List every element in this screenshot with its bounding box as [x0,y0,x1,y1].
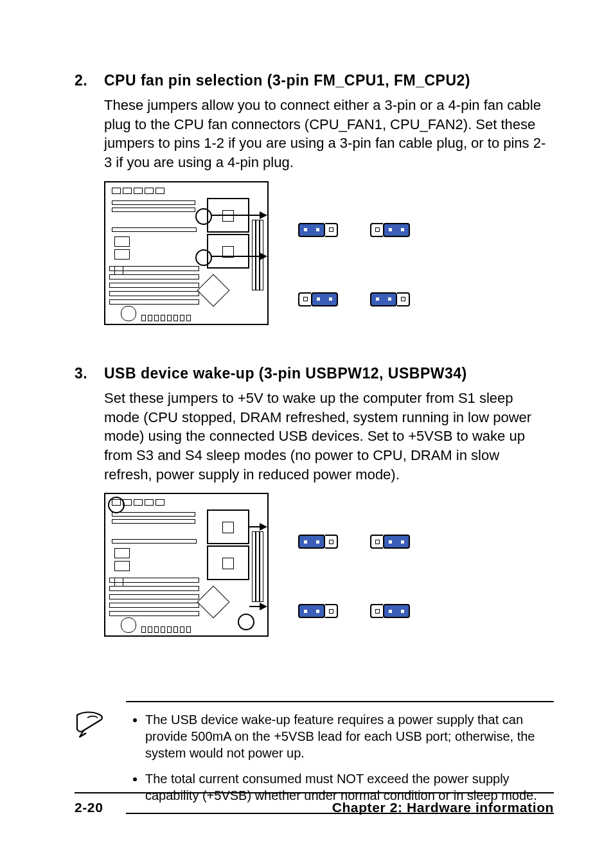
callout-circle-icon [108,497,125,513]
motherboard-schematic [104,493,269,637]
jumper-pins-2-3 [370,535,410,549]
page-number: 2-20 [75,799,103,817]
section-title: USB device wake-up (3-pin USBPW12, USBPW… [104,364,467,384]
diagram-usb-wakeup [104,493,554,637]
arrow-icon [211,256,266,257]
jumper-illustrations [287,511,410,618]
callout-circle-icon [238,614,254,630]
section-number: 3. [75,364,104,384]
diagram-cpu-fan [104,181,554,325]
note-item: The USB device wake-up feature requires … [145,711,551,761]
section-heading: 3. USB device wake-up (3-pin USBPW12, US… [75,364,554,384]
jumper-pins-1-2 [298,223,338,237]
section-body: These jumpers allow you to connect eithe… [104,96,547,172]
arrow-icon [249,526,266,527]
section-body: Set these jumpers to +5V to wake up the … [104,389,547,484]
manual-page: 2. CPU fan pin selection (3-pin FM_CPU1,… [0,0,613,868]
jumper-row [298,535,410,549]
jumper-pins-2-3 [370,604,410,618]
arrow-icon [211,215,266,216]
jumper-row [298,604,410,618]
arrow-icon [249,606,266,607]
jumper-pins-1-2 [298,604,338,618]
section-title: CPU fan pin selection (3-pin FM_CPU1, FM… [104,71,470,91]
jumper-illustrations [287,200,410,306]
page-footer: 2-20 Chapter 2: Hardware information [75,792,554,817]
jumper-pins-2-3 [298,292,338,306]
chapter-title: Chapter 2: Hardware information [332,799,554,817]
section-heading: 2. CPU fan pin selection (3-pin FM_CPU1,… [75,71,554,91]
jumper-pins-1-2 [298,535,338,549]
motherboard-schematic [104,181,269,325]
jumper-row [298,292,410,306]
note-icon [75,701,113,745]
jumper-pins-2-3 [370,223,410,237]
jumper-row [298,223,410,237]
jumper-pins-1-2 [370,292,410,306]
section-usb-wakeup: 3. USB device wake-up (3-pin USBPW12, US… [75,364,554,637]
section-number: 2. [75,71,104,91]
callout-circle-icon [195,249,212,266]
section-cpu-fan: 2. CPU fan pin selection (3-pin FM_CPU1,… [75,71,554,325]
callout-circle-icon [195,208,212,225]
